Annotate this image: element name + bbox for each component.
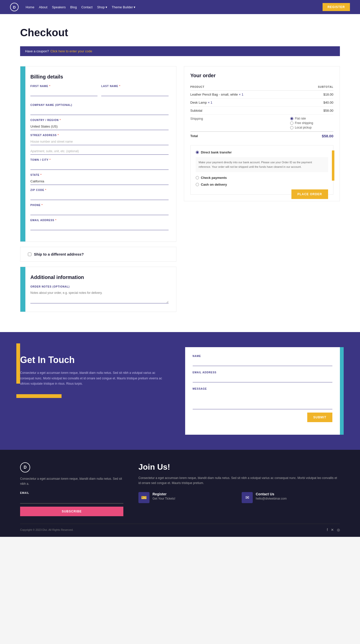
street-label: STREET ADDRESS * [30,134,169,137]
phone-label: PHONE * [30,204,169,207]
nav-speakers[interactable]: Speakers [52,5,66,9]
state-select[interactable]: California [30,178,169,185]
shipping-free-radio[interactable] [290,122,293,125]
order-table: PRODUCT SUBTOTAL Leather Pencil Bag - sm… [190,84,334,140]
order-item-1: Desk Lamp × 1 $40.00 [190,99,334,107]
register-info: Register Get Your Tickets! [152,492,175,500]
footer-email-label: EMAIL [20,492,123,494]
nav-home[interactable]: Home [26,5,34,9]
left-column: Billing details FIRST NAME * LAST NAME *… [20,66,176,312]
total-row: Total $58.00 [190,132,334,140]
billing-inner: Billing details FIRST NAME * LAST NAME *… [28,74,169,230]
coupon-bar: Have a coupon? Click here to enter your … [20,46,340,56]
first-name-input[interactable] [30,89,97,96]
register-icon: 🎫 [138,492,149,503]
footer-copyright: Copyright © 2023 Divi. All Rights Reserv… [20,528,73,531]
order-item-0-name: Leather Pencil Bag - small, white × 1 [190,91,290,99]
payment-check-radio[interactable] [196,176,199,179]
page-title: Checkout [20,27,340,39]
register-action-sub: Get Your Tickets! [152,497,175,500]
footer-email-input[interactable] [20,496,123,504]
country-label: COUNTRY / REGION * [30,119,169,122]
nav-about[interactable]: About [39,5,47,9]
apt-input[interactable] [30,148,169,155]
subtotal-col-header: SUBTOTAL [290,84,333,91]
email-group: EMAIL ADDRESS * [30,219,169,230]
shipping-free: Free shipping [290,121,333,125]
contact-action-title: Contact Us [256,492,287,496]
place-order-button[interactable]: PLACE ORDER [291,189,328,199]
shipping-flat-rate-radio[interactable] [290,117,293,120]
billing-section: Billing details FIRST NAME * LAST NAME *… [20,66,176,242]
country-select[interactable]: United States (US) [30,123,169,130]
zip-group: ZIP CODE * [30,189,169,200]
town-group: TOWN / CITY * [30,158,169,170]
payment-section: Direct bank transfer Make your payment d… [190,145,334,195]
state-label: STATE * [30,174,169,176]
shipping-options: Flat rate Free shipping Local pickup [290,115,333,132]
payment-bank-radio[interactable] [196,151,199,154]
ship-different-checkbox[interactable] [28,253,31,256]
contact-message-group: MESSAGE SUBMIT [193,387,333,422]
social-instagram[interactable]: ◎ [337,528,340,532]
checkout-grid: Billing details FIRST NAME * LAST NAME *… [20,66,340,312]
company-input[interactable] [30,108,169,115]
payment-cod-label[interactable]: Cash on delivery [196,183,328,186]
social-twitter[interactable]: ✕ [331,528,334,532]
ship-different-label[interactable]: Ship to a different address? [34,252,84,256]
payment-bank-label[interactable]: Direct bank transfer [196,150,328,154]
last-name-group: LAST NAME * [101,85,168,96]
payment-check: Check payments [196,176,328,180]
subscribe-button[interactable]: SUBSCRIBE [20,507,123,516]
social-facebook[interactable]: f [327,528,328,532]
town-input[interactable] [30,163,169,170]
payment-cod-radio[interactable] [196,183,199,186]
contact-email-input[interactable] [193,375,333,382]
shipping-free-label: Free shipping [295,121,313,125]
contact-info: Contact Us hello@diviwebinar.com [256,492,287,500]
footer-description: Consectetur a eget accumsan lorem neque,… [20,476,123,487]
footer-social: f ✕ ◎ [327,528,340,532]
email-input[interactable] [30,223,169,230]
country-group: COUNTRY / REGION * United States (US) [30,119,169,130]
order-title: Your order [190,73,334,78]
footer-action-contact: ✉ Contact Us hello@diviwebinar.com [242,492,340,503]
contact-name-group: NAME [193,355,333,366]
register-button[interactable]: REGISTER [323,3,350,11]
nav-blog[interactable]: Blog [70,5,77,9]
order-section: Your order PRODUCT SUBTOTAL Leather Penc… [184,66,340,201]
ship-different-section: Ship to a different address? [20,247,176,262]
nav-contact[interactable]: Contact [81,5,93,9]
footer-actions: 🎫 Register Get Your Tickets! ✉ Contact U… [138,492,340,503]
submit-button[interactable]: SUBMIT [307,413,332,422]
notes-textarea[interactable] [30,290,169,303]
navbar-links: Home About Speakers Blog Contact Shop ▾ … [26,5,135,9]
zip-input[interactable] [30,193,169,200]
shipping-flat-rate: Flat rate [290,117,333,120]
shipping-local-radio[interactable] [290,126,293,129]
contact-message-label: MESSAGE [193,387,333,390]
register-action-title: Register [152,492,175,496]
street-group: STREET ADDRESS * [30,134,169,155]
nav-shop[interactable]: Shop ▾ [97,5,107,9]
company-label: COMPANY NAME (OPTIONAL) [30,104,169,106]
payment-check-label[interactable]: Check payments [196,176,328,180]
last-name-input[interactable] [101,89,168,96]
footer-left: D Consectetur a eget accumsan lorem nequ… [20,462,123,516]
coupon-link[interactable]: Click here to enter your code [50,49,92,53]
additional-title: Additional information [30,274,169,280]
contact-name-input[interactable] [193,359,333,366]
footer-logo: D [20,462,30,472]
join-description: Consectetur a eget accumsan lorem neque,… [138,475,340,486]
contact-message-textarea[interactable] [193,392,333,409]
subtotal-row: Subtotal $58.00 [190,107,334,115]
state-group: STATE * California [30,174,169,185]
phone-input[interactable] [30,208,169,215]
navbar-logo[interactable]: D [10,3,19,11]
navbar-left: D Home About Speakers Blog Contact Shop … [10,3,135,11]
join-title: Join Us! [138,462,340,472]
footer-bottom: Copyright © 2023 Divi. All Rights Reserv… [20,524,340,532]
first-name-label: FIRST NAME * [30,85,97,88]
street-input[interactable] [30,138,169,145]
nav-theme-builder[interactable]: Theme Builder ▾ [112,5,136,9]
